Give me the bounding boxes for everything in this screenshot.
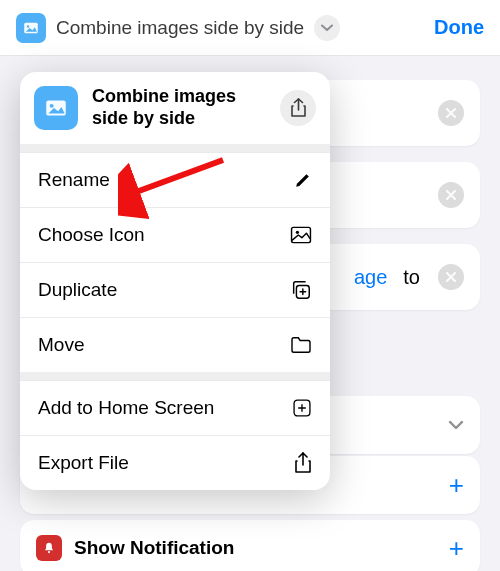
svg-point-1	[27, 25, 29, 27]
menu-item-add-home[interactable]: Add to Home Screen	[20, 380, 330, 435]
show-notification-action[interactable]: Show Notification +	[20, 520, 480, 571]
menu-item-export-file[interactable]: Export File	[20, 435, 330, 490]
close-icon	[445, 189, 457, 201]
bell-icon	[36, 535, 62, 561]
title-menu-toggle[interactable]	[314, 15, 340, 41]
menu-item-label: Export File	[38, 452, 129, 474]
chevron-down-icon[interactable]	[448, 416, 464, 434]
remove-action-button[interactable]	[438, 182, 464, 208]
title-bar: Combine images side by side Done	[0, 0, 500, 56]
svg-point-4	[50, 104, 54, 108]
menu-header: Combine images side by side	[20, 72, 330, 144]
menu-item-duplicate[interactable]: Duplicate	[20, 262, 330, 317]
export-icon	[294, 452, 312, 474]
add-action-button[interactable]: +	[449, 470, 464, 501]
menu-item-label: Move	[38, 334, 84, 356]
menu-item-rename[interactable]: Rename	[20, 152, 330, 207]
menu-item-label: Rename	[38, 169, 110, 191]
close-icon	[445, 271, 457, 283]
folder-icon	[290, 336, 312, 354]
add-action-button[interactable]: +	[449, 533, 464, 564]
add-square-icon	[292, 398, 312, 418]
menu-item-choose-icon[interactable]: Choose Icon	[20, 207, 330, 262]
svg-point-2	[48, 551, 50, 553]
svg-point-6	[296, 231, 299, 234]
shortcut-icon	[16, 13, 46, 43]
menu-item-label: Add to Home Screen	[38, 397, 214, 419]
chevron-down-icon	[321, 24, 333, 32]
shortcut-icon	[34, 86, 78, 130]
menu-item-label: Choose Icon	[38, 224, 145, 246]
pencil-icon	[293, 171, 312, 190]
action-text: to	[403, 266, 420, 289]
share-button[interactable]	[280, 90, 316, 126]
remove-action-button[interactable]	[438, 100, 464, 126]
shortcut-options-menu: Combine images side by side Rename Choos…	[20, 72, 330, 490]
menu-item-label: Duplicate	[38, 279, 117, 301]
action-title: Show Notification	[74, 537, 234, 559]
menu-title: Combine images side by side	[92, 86, 266, 129]
shortcut-title: Combine images side by side	[56, 17, 304, 39]
image-icon	[290, 226, 312, 244]
menu-item-move[interactable]: Move	[20, 317, 330, 372]
done-button[interactable]: Done	[434, 16, 484, 39]
variable-token[interactable]: age	[354, 266, 387, 289]
duplicate-icon	[290, 279, 312, 301]
remove-action-button[interactable]	[438, 264, 464, 290]
share-icon	[290, 98, 307, 118]
close-icon	[445, 107, 457, 119]
